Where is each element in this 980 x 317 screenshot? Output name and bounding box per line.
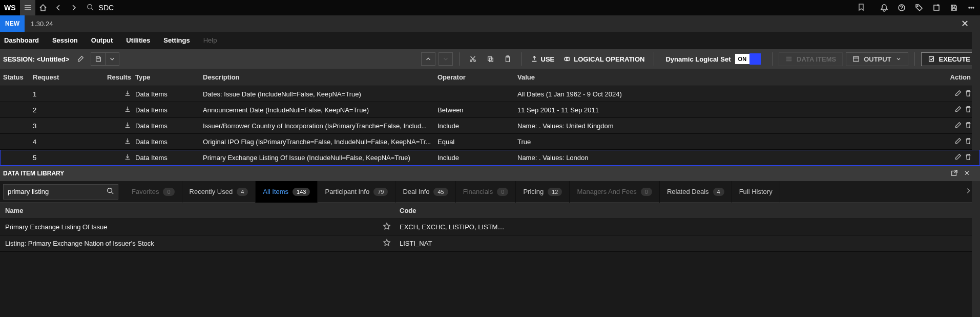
tab-label: All Items — [263, 188, 288, 195]
delete-row-icon[interactable] — [965, 90, 972, 98]
svg-point-7 — [470, 60, 472, 62]
svg-rect-15 — [853, 57, 859, 62]
output-button[interactable]: OUTPUT — [846, 52, 908, 66]
copy-icon[interactable] — [483, 52, 497, 66]
grid-row[interactable]: 3Data ItemsIssuer/Borrower Country of In… — [0, 118, 980, 134]
menu-session[interactable]: Session — [52, 36, 78, 44]
tag-icon[interactable] — [910, 0, 928, 15]
download-icon[interactable] — [124, 138, 131, 146]
grid-row[interactable]: 1Data ItemsDates: Issue Date (IncludeNul… — [0, 86, 980, 102]
library-tabbar: Favorites0Recently Used4All Items143Part… — [0, 181, 980, 203]
cell-request: 3 — [33, 122, 99, 130]
home-icon[interactable] — [35, 0, 51, 15]
add-panel-icon[interactable] — [928, 0, 945, 15]
tab-count: 45 — [433, 188, 448, 196]
help-icon[interactable] — [893, 0, 910, 15]
grid-row[interactable]: 5Data ItemsPrimary Exchange Listing Of I… — [0, 150, 980, 166]
edit-row-icon[interactable] — [954, 106, 962, 114]
tab-full-history[interactable]: Full History — [732, 181, 780, 203]
popout-icon[interactable] — [951, 169, 958, 178]
favorite-star-icon[interactable] — [374, 222, 400, 232]
save-dropdown-icon[interactable] — [105, 52, 119, 66]
cell-operator: Between — [437, 106, 517, 114]
delete-row-icon[interactable] — [965, 137, 972, 146]
bookmark-icon[interactable] — [857, 3, 865, 13]
cut-icon[interactable] — [466, 52, 480, 66]
dls-toggle[interactable]: ON — [735, 53, 761, 65]
menu-settings[interactable]: Settings — [163, 36, 190, 44]
download-icon[interactable] — [124, 91, 131, 98]
edit-row-icon[interactable] — [954, 137, 962, 146]
search-icon — [87, 4, 94, 12]
execute-button[interactable]: EXECUTE — [921, 52, 977, 66]
arrow-up-icon[interactable] — [421, 52, 435, 66]
grid-row[interactable]: 2Data ItemsAnnouncement Date (IncludeNul… — [0, 102, 980, 118]
tab-related-deals[interactable]: Related Deals4 — [660, 181, 732, 203]
cell-type: Data Items — [135, 154, 203, 162]
use-button[interactable]: USE — [528, 55, 558, 63]
library-row[interactable]: Primary Exchange Listing Of IssueEXCH, E… — [0, 219, 980, 235]
save-icon[interactable] — [945, 0, 963, 15]
back-icon[interactable] — [51, 0, 66, 15]
tab-label: Pricing — [523, 188, 544, 195]
global-search-input[interactable] — [99, 4, 852, 12]
save-session-icon[interactable] — [91, 52, 105, 66]
tab-pricing[interactable]: Pricing12 — [516, 181, 570, 203]
new-badge: NEW — [0, 15, 25, 32]
close-icon[interactable]: ✕ — [961, 18, 969, 29]
tab-favorites[interactable]: Favorites0 — [124, 181, 182, 203]
tab-count: 4 — [713, 188, 724, 196]
paste-icon[interactable] — [501, 52, 515, 66]
tab-deal-info[interactable]: Deal Info45 — [395, 181, 455, 203]
menu-utilities[interactable]: Utilities — [126, 36, 150, 44]
tab-participant-info[interactable]: Participant Info79 — [318, 181, 395, 203]
delete-row-icon[interactable] — [965, 106, 972, 114]
tab-count: 0 — [163, 188, 174, 196]
tab-all-items[interactable]: All Items143 — [256, 181, 318, 203]
tab-count: 143 — [293, 188, 310, 196]
more-icon[interactable] — [963, 0, 980, 15]
tab-label: Favorites — [132, 188, 159, 195]
library-search-input[interactable] — [8, 188, 107, 195]
tab-label: Recently Used — [190, 188, 233, 195]
tab-recently-used[interactable]: Recently Used4 — [182, 181, 256, 203]
data-items-button[interactable]: DATA ITEMS — [779, 52, 843, 66]
tab-count: 4 — [237, 188, 248, 196]
tab-managers-and-fees[interactable]: Managers And Fees0 — [570, 181, 659, 203]
menu-dashboard[interactable]: Dashboard — [4, 36, 39, 44]
favorite-star-icon[interactable] — [374, 239, 400, 248]
edit-row-icon[interactable] — [954, 90, 962, 98]
arrow-down-icon[interactable] — [439, 52, 453, 66]
close-library-icon[interactable]: ✕ — [964, 169, 970, 178]
lib-cell-name: Listing: Primary Exchange Nation of Issu… — [5, 240, 374, 247]
menu-help[interactable]: Help — [203, 36, 217, 44]
svg-point-18 — [108, 188, 112, 193]
delete-row-icon[interactable] — [965, 153, 972, 162]
grid-row[interactable]: 4Data ItemsOriginal IPO Flag (IsPrimaryT… — [0, 134, 980, 150]
library-row[interactable]: Listing: Primary Exchange Nation of Issu… — [0, 235, 980, 252]
edit-row-icon[interactable] — [954, 122, 962, 130]
titlebar: WS — [0, 0, 980, 15]
cell-operator: Include — [437, 122, 517, 130]
menu-output[interactable]: Output — [91, 36, 113, 44]
menubar: Dashboard Session Output Utilities Setti… — [0, 32, 980, 49]
logical-operation-button[interactable]: LOGICAL OPERATION — [560, 55, 648, 63]
cell-request: 1 — [33, 90, 99, 98]
menu-icon[interactable] — [20, 0, 35, 15]
download-icon[interactable] — [124, 123, 131, 130]
tab-label: Related Deals — [667, 188, 709, 195]
bell-icon[interactable] — [875, 0, 893, 15]
library-bar: DATA ITEM LIBRARY ✕ — [0, 166, 980, 181]
download-icon[interactable] — [124, 154, 131, 162]
chevron-down-icon — [895, 56, 902, 62]
delete-row-icon[interactable] — [965, 122, 972, 130]
cell-request: 2 — [33, 106, 99, 114]
download-icon[interactable] — [124, 107, 131, 114]
col-operator: Operator — [437, 73, 517, 81]
edit-row-icon[interactable] — [954, 153, 962, 162]
edit-session-icon[interactable] — [73, 52, 88, 66]
search-icon[interactable] — [107, 187, 114, 196]
forward-icon[interactable] — [66, 0, 81, 15]
cell-type: Data Items — [135, 90, 203, 98]
tab-financials[interactable]: Financials0 — [456, 181, 516, 203]
